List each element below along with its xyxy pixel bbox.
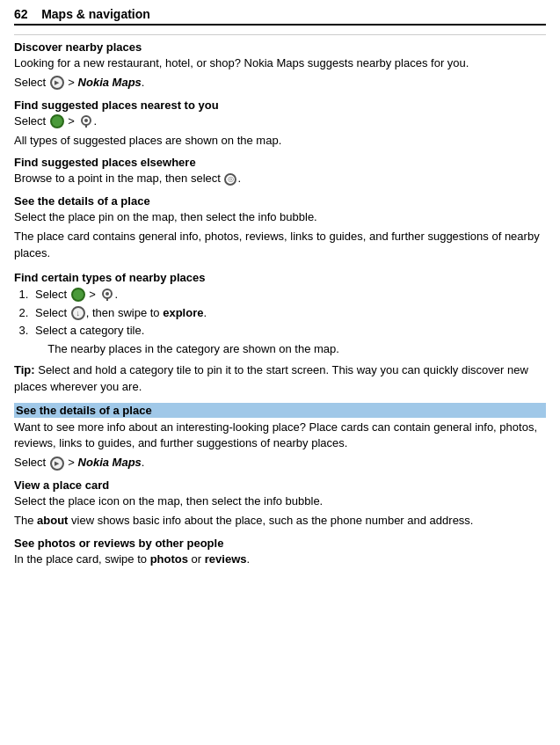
list-item-2: Select , then swipe to explore. [32, 304, 546, 323]
list-item-3: Select a category tile. The nearby place… [32, 322, 546, 359]
discover-para-2: Select > Nokia Maps. [14, 75, 546, 91]
svg-point-4 [105, 292, 109, 296]
nearest-para-2: All types of suggested places are shown … [14, 133, 546, 150]
discover-para-1: Looking for a new restaurant, hotel, or … [14, 55, 546, 72]
page-header: 62 Maps & navigation [14, 7, 546, 26]
details-para-2: The place card contains general info, ph… [14, 229, 546, 262]
section-see-details-2: See the details of a place Want to see m… [14, 403, 546, 472]
section-find-nearest: Find suggested places nearest to you Sel… [14, 99, 546, 150]
section-see-details-1: See the details of a place Select the pl… [14, 194, 546, 262]
details2-para-1: Want to see more info about an interesti… [14, 420, 546, 453]
section-title-view-card: View a place card [14, 478, 546, 492]
photos-para-1: In the place card, swipe to photos or re… [14, 551, 546, 568]
location-icon-1 [224, 173, 236, 186]
green-circle-icon-1 [50, 114, 64, 128]
section-title-nearest: Find suggested places nearest to you [14, 99, 546, 112]
down-icon-1 [71, 306, 85, 320]
section-title-photos: See photos or reviews by other people [14, 537, 546, 550]
section-title-details-2-highlight: See the details of a place [14, 403, 546, 418]
header-divider [14, 34, 546, 35]
explore-label: explore [163, 306, 203, 319]
view-card-para-1: Select the place icon on the map, then s… [14, 493, 546, 510]
list-item-1: Select > . [32, 286, 546, 304]
section-discover-nearby: Discover nearby places Looking for a new… [14, 40, 546, 91]
page-container: 62 Maps & navigation Discover nearby pla… [0, 0, 560, 589]
section-find-elsewhere: Find suggested places elsewhere Browse t… [14, 156, 546, 187]
pin-icon-2 [100, 288, 114, 302]
section-view-card: View a place card Select the place icon … [14, 478, 546, 530]
green-circle-icon-2 [71, 288, 85, 302]
page-title: Maps & navigation [41, 7, 150, 21]
section-title-details-1: See the details of a place [14, 194, 546, 208]
nokia-maps-label-2: Nokia Maps [78, 456, 142, 469]
section-find-types: Find certain types of nearby places Sele… [14, 271, 546, 396]
nearest-para-1: Select > . [14, 113, 546, 130]
photos-label: photos [150, 552, 188, 566]
pin-icon-1 [79, 114, 93, 128]
section-see-photos: See photos or reviews by other people In… [14, 537, 546, 568]
svg-point-1 [84, 119, 88, 122]
details-para-1: Select the place pin on the map, then se… [14, 209, 546, 226]
menu-icon-1 [50, 76, 64, 90]
section-title-discover: Discover nearby places [14, 40, 546, 54]
tip-text: Tip: Select and hold a category tile to … [14, 362, 546, 396]
details2-para-2: Select > Nokia Maps. [14, 455, 546, 471]
tip-label: Tip: [14, 363, 35, 376]
elsewhere-para-1: Browse to a point in the map, then selec… [14, 171, 546, 187]
section-title-elsewhere: Find suggested places elsewhere [14, 156, 546, 169]
view-card-para-2: The about view shows basic info about th… [14, 513, 546, 530]
find-types-list: Select > . Select , then swipe to explor… [14, 286, 546, 359]
section-title-types: Find certain types of nearby places [14, 271, 546, 284]
page-number: 62 [14, 7, 28, 21]
menu-icon-2 [50, 456, 64, 471]
about-label: about [37, 514, 68, 527]
nokia-maps-label-1: Nokia Maps [78, 76, 142, 89]
reviews-label: reviews [205, 552, 247, 566]
